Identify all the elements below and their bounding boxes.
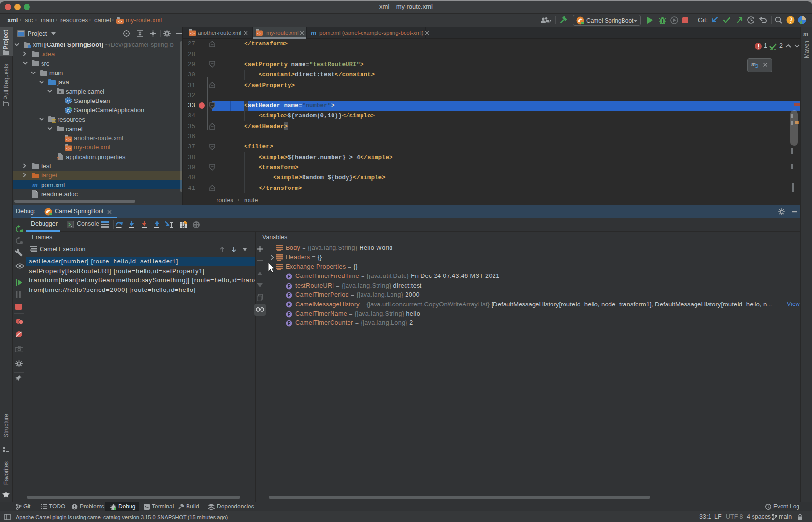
svg-text:P: P — [288, 274, 291, 279]
svg-text:<>: <> — [118, 20, 122, 24]
svg-text:<>: <> — [66, 146, 70, 150]
svg-text:m: m — [32, 181, 38, 188]
svg-text:m: m — [311, 29, 317, 36]
svg-text:<>: <> — [66, 137, 70, 141]
svg-text:P: P — [288, 302, 291, 307]
svg-text:<>: <> — [257, 32, 261, 36]
svg-text:C: C — [67, 98, 70, 103]
svg-text:m: m — [803, 31, 808, 37]
svg-text:<>: <> — [190, 32, 194, 36]
svg-text:P: P — [288, 311, 291, 317]
svg-text:P: P — [288, 293, 291, 298]
svg-text:P: P — [288, 283, 291, 289]
svg-text:P: P — [288, 321, 291, 326]
